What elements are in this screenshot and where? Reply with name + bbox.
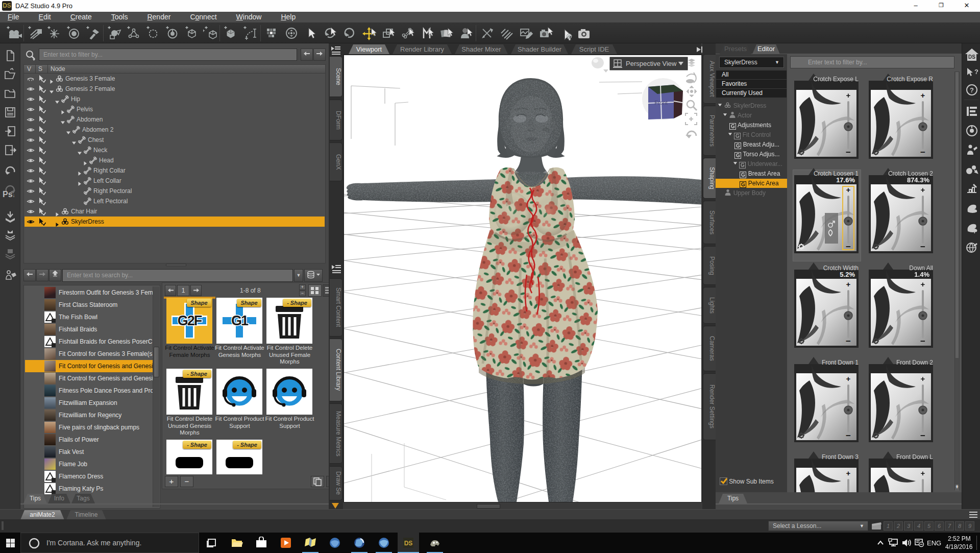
svg-text:?: ?: [970, 86, 974, 94]
svg-text:17.6%: 17.6%: [836, 176, 855, 184]
svg-text:+: +: [921, 374, 925, 383]
svg-text:P: P: [974, 229, 977, 234]
svg-text:1.4%: 1.4%: [914, 271, 929, 278]
svg-text:−: −: [846, 148, 851, 157]
svg-text:G1: G1: [231, 313, 249, 328]
svg-text:+: +: [921, 280, 925, 288]
svg-text:+: +: [846, 280, 851, 288]
svg-text:Front: Front: [654, 100, 668, 106]
svg-text:874.3%: 874.3%: [907, 176, 930, 184]
svg-text:+: +: [921, 91, 925, 100]
svg-text:Perspective View: Perspective View: [626, 60, 677, 67]
svg-text:−: −: [920, 242, 925, 252]
svg-text:+: +: [846, 374, 851, 383]
svg-text:?: ?: [974, 68, 978, 76]
svg-text:−: −: [920, 431, 925, 441]
svg-text:−: −: [920, 336, 925, 346]
svg-text:+: +: [921, 469, 925, 477]
svg-text:−: −: [846, 431, 851, 441]
svg-text:DS: DS: [404, 540, 413, 547]
svg-text:G2F: G2F: [178, 313, 202, 328]
svg-text:DS: DS: [968, 54, 975, 60]
svg-text:+: +: [846, 185, 851, 194]
svg-text:+: +: [846, 91, 851, 100]
svg-text:+: +: [921, 185, 925, 194]
svg-text:+: +: [846, 469, 851, 477]
svg-text:5.2%: 5.2%: [840, 271, 855, 278]
svg-text:−: −: [846, 242, 851, 252]
svg-text:−: −: [920, 148, 925, 157]
svg-text:−: −: [846, 336, 851, 346]
